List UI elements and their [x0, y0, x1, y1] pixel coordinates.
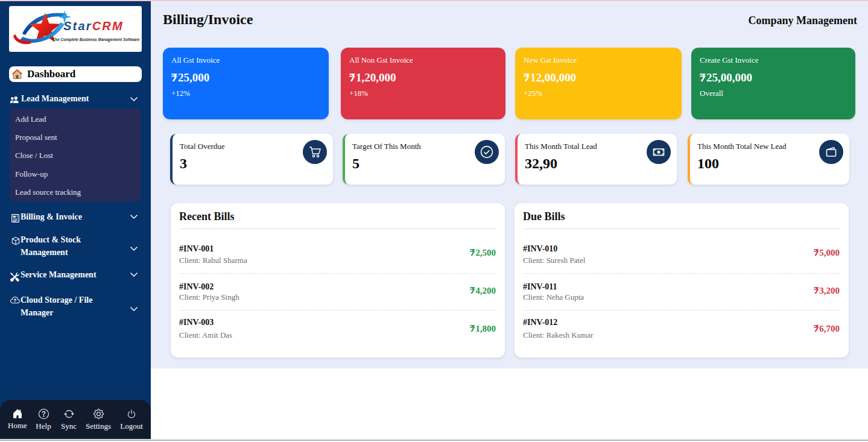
svg-text:The Complete Business Manageme: The Complete Business Management Softwar…	[52, 37, 140, 42]
svg-text:StarCRM: StarCRM	[63, 19, 124, 33]
